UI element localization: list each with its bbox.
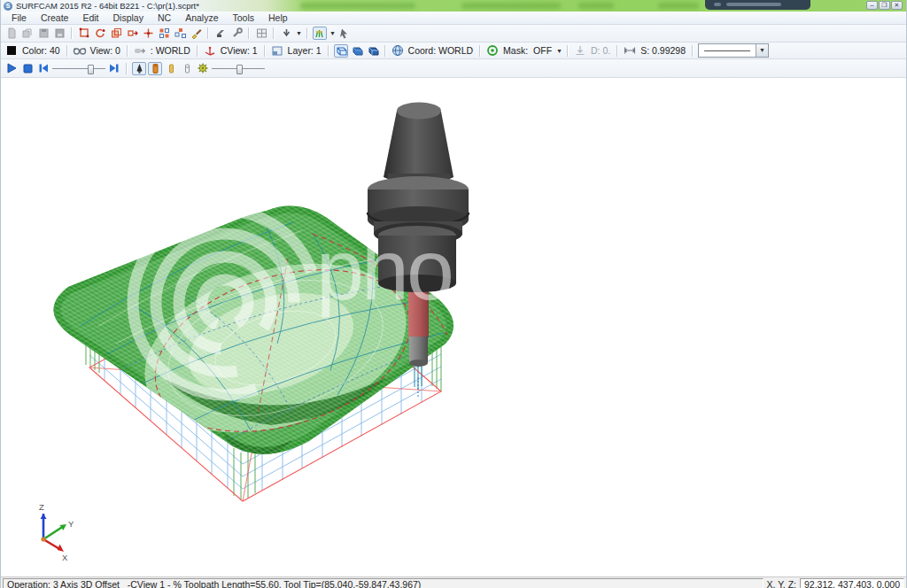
y-axis xyxy=(43,526,64,539)
viewport-layout-icon[interactable] xyxy=(254,27,268,40)
active-color-swatch[interactable] xyxy=(4,44,19,58)
construction-arrow-icon[interactable] xyxy=(133,44,147,58)
menu-analyze[interactable]: Analyze xyxy=(178,12,225,23)
window-controls: – ❐ ✕ xyxy=(866,1,903,10)
show-holder-button[interactable] xyxy=(148,62,162,75)
menu-nc[interactable]: NC xyxy=(151,12,178,23)
repaint-brush-icon[interactable] xyxy=(189,27,203,40)
separator xyxy=(126,63,128,74)
maximize-button[interactable]: ❐ xyxy=(879,1,890,10)
shading-shaded-icon[interactable] xyxy=(350,44,364,58)
simulation-toolbar xyxy=(1,59,906,78)
menu-display[interactable]: Display xyxy=(106,12,151,23)
transform-copy-icon[interactable] xyxy=(109,27,123,40)
separator xyxy=(616,45,618,57)
point-snap-icon[interactable] xyxy=(141,27,155,40)
open-file-icon[interactable] xyxy=(20,27,35,40)
scale-state[interactable]: S: 0.99298 xyxy=(640,45,686,56)
model-canvas: pho Z Y X xyxy=(1,78,906,576)
mask-label: Mask: xyxy=(503,45,528,56)
progress-slider[interactable] xyxy=(52,63,105,74)
line-style-combo[interactable]: ▼ xyxy=(698,43,769,58)
coord-globe-icon[interactable] xyxy=(391,44,405,58)
separator xyxy=(71,27,73,39)
toolpath-display-icon[interactable] xyxy=(313,27,327,40)
line-style-preview xyxy=(704,50,750,51)
layer-state[interactable]: Layer: 1 xyxy=(288,45,322,56)
cplane-state[interactable]: : WORLD xyxy=(151,45,190,56)
shading-shaded-edges-icon[interactable] xyxy=(366,44,380,58)
mask-icon[interactable] xyxy=(485,44,500,58)
overlay-tooltip xyxy=(705,0,810,10)
stop-button[interactable] xyxy=(20,62,35,75)
separator xyxy=(479,45,481,57)
sim-settings-gear-icon[interactable] xyxy=(196,62,210,75)
graphics-viewport[interactable]: pho Z Y X xyxy=(1,78,906,576)
show-tool-button[interactable] xyxy=(132,62,146,75)
step-back-button[interactable] xyxy=(36,62,50,75)
view-state[interactable]: View: 0 xyxy=(90,45,120,56)
menu-create[interactable]: Create xyxy=(34,12,76,23)
view-glasses-icon[interactable] xyxy=(73,44,87,58)
shading-wireframe-icon[interactable] xyxy=(334,44,348,58)
origin-dot xyxy=(41,537,45,541)
close-button[interactable]: ✕ xyxy=(891,1,903,10)
xyz-readout: 92.312, 437.403, 0.000 xyxy=(800,578,904,588)
background-blur xyxy=(461,3,561,9)
slider-thumb[interactable] xyxy=(236,65,243,74)
dropdown-arrow-icon[interactable]: ▼ xyxy=(296,30,302,36)
rect-array-icon[interactable] xyxy=(157,27,171,40)
z-arrowhead-icon xyxy=(41,514,47,519)
modify-wrench-icon[interactable] xyxy=(229,27,244,40)
x-arrowhead-icon xyxy=(58,545,64,552)
depth-state: D: 0. xyxy=(591,45,610,56)
coord-state[interactable]: Coord: WORLD xyxy=(408,45,474,56)
dropdown-arrow-icon[interactable]: ▼ xyxy=(329,30,336,36)
watermark-text: pho xyxy=(316,221,452,318)
transform-offset-icon[interactable] xyxy=(125,27,139,40)
play-button[interactable] xyxy=(4,62,19,75)
background-blur xyxy=(300,3,415,9)
axis-triad: Z Y X xyxy=(39,502,74,562)
menu-tools[interactable]: Tools xyxy=(226,12,262,23)
save-file-icon[interactable] xyxy=(36,27,50,40)
toolpath-at-tip xyxy=(415,367,422,397)
slider-thumb[interactable] xyxy=(88,65,94,74)
scale-icon[interactable] xyxy=(623,44,637,58)
minimize-button[interactable]: – xyxy=(866,1,878,10)
menu-bar: File Create Edit Display NC Analyze Tool… xyxy=(1,12,906,25)
surfcam-logo-icon: S xyxy=(4,2,12,11)
insert-arrow-icon[interactable] xyxy=(279,27,293,40)
operation-status: Operation: 3 Axis 3D Offset -CView 1 - %… xyxy=(3,578,764,588)
menu-edit[interactable]: Edit xyxy=(75,12,105,23)
separator xyxy=(127,45,128,57)
transform-move-icon[interactable] xyxy=(77,27,91,40)
state-toolbar: Color: 40 View: 0 : WORLD CView: 1 Layer… xyxy=(1,43,906,59)
show-shank-button[interactable] xyxy=(164,62,178,75)
menu-help[interactable]: Help xyxy=(261,12,295,23)
show-tool-outline-button[interactable] xyxy=(180,62,194,75)
cview-state[interactable]: CView: 1 xyxy=(221,45,258,56)
transform-rotate-icon[interactable] xyxy=(93,27,107,40)
speed-slider[interactable] xyxy=(212,63,265,74)
mask-value[interactable]: OFF xyxy=(533,45,552,56)
title-bar: S SURFCAM 2015 R2 - 64bit B221 - C:\pr(1… xyxy=(1,0,906,12)
save-all-icon[interactable] xyxy=(52,27,66,40)
new-file-icon[interactable] xyxy=(4,27,19,40)
depth-icon xyxy=(573,44,587,58)
cview-axes-icon[interactable] xyxy=(203,44,217,58)
menu-file[interactable]: File xyxy=(4,12,34,23)
select-tool-icon[interactable] xyxy=(337,27,352,40)
line-style-dropdown-icon[interactable]: ▼ xyxy=(756,44,768,57)
holder-top xyxy=(397,103,441,120)
separator xyxy=(328,45,329,57)
app-window: S SURFCAM 2015 R2 - 64bit B221 - C:\pr(1… xyxy=(0,0,907,588)
xyz-label: X, Y, Z: xyxy=(767,579,796,588)
step-forward-button[interactable] xyxy=(107,62,121,75)
color-state[interactable]: Color: 40 xyxy=(22,45,60,56)
circular-array-icon[interactable] xyxy=(173,27,187,40)
layer-icon[interactable] xyxy=(270,44,284,58)
mask-dropdown-icon[interactable]: ▼ xyxy=(556,48,562,54)
delete-icon[interactable] xyxy=(213,27,228,40)
separator xyxy=(567,45,569,57)
